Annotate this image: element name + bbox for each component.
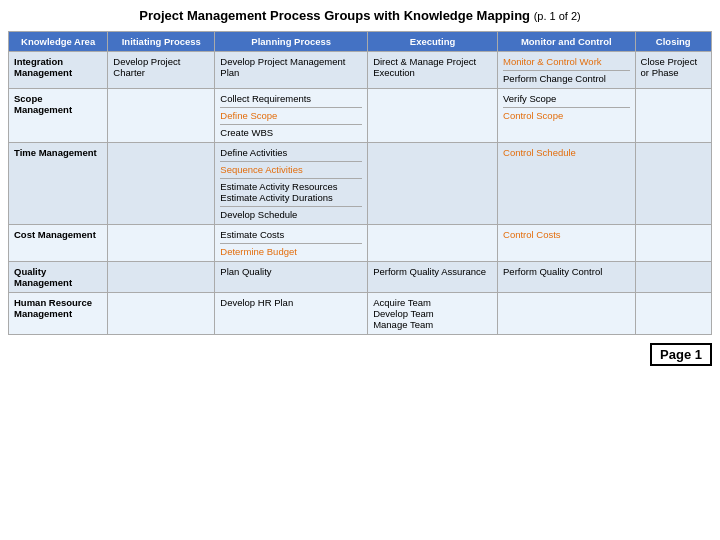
page-number: Page 1	[650, 343, 712, 366]
cell-monitor: Verify ScopeControl Scope	[498, 89, 636, 143]
cell-monitor: Perform Quality Control	[498, 262, 636, 293]
cell-planning: Define ActivitiesSequence ActivitiesEsti…	[215, 143, 368, 225]
cell-closing	[635, 293, 711, 335]
cell-knowledge-area: Scope Management	[9, 89, 108, 143]
cell-executing: Acquire TeamDevelop TeamManage Team	[368, 293, 498, 335]
table-row: Human Resource ManagementDevelop HR Plan…	[9, 293, 712, 335]
cell-executing: Direct & Manage Project Execution	[368, 52, 498, 89]
cell-executing	[368, 143, 498, 225]
table-row: Scope ManagementCollect RequirementsDefi…	[9, 89, 712, 143]
cell-closing	[635, 89, 711, 143]
cell-executing: Perform Quality Assurance	[368, 262, 498, 293]
cell-initiating	[108, 89, 215, 143]
header-initiating: Initiating Process	[108, 32, 215, 52]
cell-monitor	[498, 293, 636, 335]
cell-knowledge-area: Quality Management	[9, 262, 108, 293]
cell-planning: Plan Quality	[215, 262, 368, 293]
cell-closing: Close Project or Phase	[635, 52, 711, 89]
cell-monitor: Control Schedule	[498, 143, 636, 225]
cell-planning: Estimate CostsDetermine Budget	[215, 225, 368, 262]
header-knowledge: Knowledge Area	[9, 32, 108, 52]
cell-monitor: Control Costs	[498, 225, 636, 262]
table-header-row: Knowledge Area Initiating Process Planni…	[9, 32, 712, 52]
cell-initiating	[108, 262, 215, 293]
cell-monitor: Monitor & Control WorkPerform Change Con…	[498, 52, 636, 89]
table-row: Cost ManagementEstimate CostsDetermine B…	[9, 225, 712, 262]
cell-closing	[635, 225, 711, 262]
table-row: Quality ManagementPlan QualityPerform Qu…	[9, 262, 712, 293]
cell-initiating	[108, 293, 215, 335]
cell-closing	[635, 143, 711, 225]
header-executing: Executing	[368, 32, 498, 52]
table-row: Integration ManagementDevelop Project Ch…	[9, 52, 712, 89]
cell-initiating	[108, 143, 215, 225]
header-planning: Planning Process	[215, 32, 368, 52]
main-table: Knowledge Area Initiating Process Planni…	[8, 31, 712, 335]
table-row: Time ManagementDefine ActivitiesSequence…	[9, 143, 712, 225]
cell-planning: Develop Project Management Plan	[215, 52, 368, 89]
page-title: Project Management Process Groups with K…	[8, 8, 712, 23]
cell-executing	[368, 89, 498, 143]
cell-initiating: Develop Project Charter	[108, 52, 215, 89]
cell-knowledge-area: Time Management	[9, 143, 108, 225]
header-monitor: Monitor and Control	[498, 32, 636, 52]
cell-knowledge-area: Integration Management	[9, 52, 108, 89]
cell-knowledge-area: Human Resource Management	[9, 293, 108, 335]
cell-initiating	[108, 225, 215, 262]
cell-knowledge-area: Cost Management	[9, 225, 108, 262]
cell-planning: Develop HR Plan	[215, 293, 368, 335]
header-closing: Closing	[635, 32, 711, 52]
cell-closing	[635, 262, 711, 293]
cell-executing	[368, 225, 498, 262]
cell-planning: Collect RequirementsDefine ScopeCreate W…	[215, 89, 368, 143]
